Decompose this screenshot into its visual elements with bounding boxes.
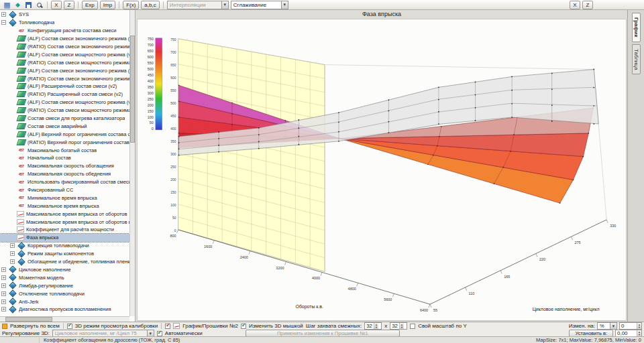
svg-text:50: 50 (150, 121, 154, 125)
expand-icon[interactable]: + (10, 259, 15, 264)
export-button[interactable]: Exp (82, 1, 98, 9)
tree-item[interactable]: +Коррекция топливоподачи (0, 242, 129, 250)
diamond-icon (8, 282, 17, 289)
tree-item[interactable]: +Цикловое наполнение (0, 266, 129, 274)
tree-item[interactable]: +SYS (0, 11, 129, 19)
tree-item[interactable]: (RATIO) Состав смеси мощностного режима … (0, 107, 129, 115)
change-unit-combo[interactable]: % ▼ (597, 322, 617, 330)
spinner-arrows-icon[interactable]: ▲▼ (637, 323, 641, 329)
tree-item[interactable]: 457Использовать фиксированный состав сме… (0, 178, 129, 186)
tree-item[interactable]: (RATIO) Состав смеси экономичного режима… (0, 43, 129, 51)
svg-text:110: 110 (469, 291, 475, 295)
svg-text:350: 350 (148, 85, 154, 89)
own-y-scale-checkbox[interactable] (410, 324, 415, 329)
tree-item[interactable]: (ALF) Верхний порог ограничения состава … (0, 130, 129, 138)
smoothing-combo[interactable]: Сглаживание ▼ (231, 1, 288, 9)
expand-icon[interactable]: + (1, 275, 6, 280)
tree-item[interactable]: (RATIO) Верхний порог ограничения состав… (0, 138, 129, 146)
tree-item[interactable]: (ALF) Состав смеси мощностного режима (v… (0, 50, 129, 58)
scrollbar-thumb[interactable] (5, 317, 52, 322)
svg-text:250: 250 (170, 165, 176, 169)
search-icon[interactable] (35, 1, 44, 9)
collapse-icon[interactable]: − (1, 20, 6, 25)
interpolation-combo[interactable]: Интерполяция ▼ (167, 1, 229, 9)
tree-item[interactable]: 457Фиксированный СС (0, 186, 129, 194)
tree-item[interactable]: Коэффициент для расчёта мощности (0, 226, 129, 234)
chevron-down-icon: ▼ (221, 1, 228, 9)
tree-item[interactable]: +Anti-Jerk (0, 297, 129, 305)
change-value-stepper[interactable]: 0 ▲▼ (619, 322, 642, 330)
spinner-arrows-icon[interactable]: ▲▼ (374, 323, 378, 329)
tree-vertical-scrollbar[interactable] (129, 10, 135, 316)
scrollbar-thumb[interactable] (130, 36, 135, 143)
plot-canvas[interactable]: 7507006506005505004504003503002502001501… (137, 19, 627, 321)
edit-3d-mouse-checkbox[interactable] (241, 324, 246, 329)
tree-item[interactable]: (RATIO) Состав смеси экономичного режима… (0, 74, 129, 82)
tree-item[interactable]: (ALF) Состав смеси мощностного режима (v… (0, 98, 129, 107)
tree-item[interactable]: (ALF) Состав смеси экономичного режима (… (0, 66, 129, 74)
tree-item[interactable]: (RATIO) Расширенный состав смеси (v2) (0, 90, 129, 98)
tab-graph[interactable]: График (632, 13, 641, 42)
tree-item[interactable]: 457Начальный состав (0, 154, 129, 162)
tree-item-label: Отключение топливоподачи (19, 291, 85, 297)
expand-icon[interactable]: + (1, 267, 6, 272)
svg-text:300: 300 (148, 91, 154, 95)
tree-item[interactable]: +Лямбда-регулирование (0, 281, 129, 289)
axis-z-button[interactable]: Z (64, 1, 74, 9)
axis-x-button[interactable]: X (51, 1, 62, 9)
tree-item[interactable]: +Диагностика пропусков воспламенения (0, 305, 129, 314)
tree-item[interactable]: +Моментная модель (0, 273, 129, 281)
toolbar-separator (47, 1, 48, 9)
import-button[interactable]: Imp (100, 1, 115, 9)
expand-icon[interactable]: + (1, 283, 6, 288)
firmware2-graph-checkbox[interactable] (165, 324, 170, 329)
tree-item[interactable]: 457Конфигурация расчёта состава смеси (0, 27, 129, 35)
grab-step-y-stepper[interactable]: 32 ▲▼ (390, 322, 407, 330)
tree-item[interactable]: Состав смеси аварийный (0, 122, 129, 130)
axis-x-right-button[interactable]: X (570, 1, 580, 9)
tree-item[interactable]: (RATIO) Состав смеси мощностного режима … (0, 58, 129, 66)
expand-all-checkbox[interactable] (2, 324, 7, 329)
tree-item[interactable]: 457Максимальная скорость обеднения (0, 170, 129, 178)
axis-z-right-button[interactable]: Z (582, 1, 593, 9)
map-3d-icon[interactable]: ◆ (13, 1, 22, 9)
expand-icon[interactable]: + (1, 12, 6, 17)
tree-item[interactable]: 457Минимальное время впрыска (0, 194, 129, 202)
svg-text:1600: 1600 (204, 245, 212, 249)
expand-icon[interactable]: + (1, 307, 6, 312)
tree-item[interactable]: (ALF) Состав смеси экономичного режима (… (0, 35, 129, 43)
surf-icon (17, 115, 25, 122)
expand-icon[interactable]: + (10, 243, 15, 248)
tree-item[interactable]: +Режим защиты компонентов (0, 250, 129, 258)
num457-icon: 457 (17, 147, 25, 153)
tree-item[interactable]: 457Максимально богатый состав (0, 146, 129, 154)
view-3d-checkbox[interactable] (67, 324, 72, 329)
tree-horizontal-scrollbar[interactable] (0, 316, 129, 322)
tree-item[interactable]: Состав смеси для прогрева катализатора (0, 115, 129, 123)
tree-item[interactable]: 457Максимальная скорость обогащения (0, 162, 129, 170)
tree-item[interactable]: Максимальное время впрыска от оборотов (0, 210, 129, 218)
tree-item[interactable]: +Обогащение и обеднение, топливная пленк… (0, 258, 129, 266)
calibration-tree-panel: +SYS−Топливоподача457Конфигурация расчёт… (0, 10, 136, 322)
formula-button[interactable]: F(x) (123, 1, 139, 9)
spinner-arrows-icon[interactable]: ▲▼ (637, 330, 641, 336)
tree-item-label: Максимально богатый состав (28, 147, 97, 153)
expand-icon[interactable]: + (10, 251, 15, 256)
tree-item-label: (RATIO) Состав смеси мощностного режима … (28, 107, 129, 113)
tree-item[interactable]: Максимальное время впрыска от оборотов н… (0, 218, 129, 226)
tree-item[interactable]: −Топливоподача (0, 19, 129, 27)
tree-item[interactable]: (ALF) Расширенный состав смеси (v2) (0, 82, 129, 90)
abc-button[interactable]: a,b,c (141, 1, 159, 9)
tree-item[interactable]: 457Максимальное время впрыска (0, 202, 129, 210)
table-icon[interactable]: ▦ (3, 1, 11, 9)
tab-table[interactable]: Таблица (632, 44, 641, 74)
expand-icon[interactable]: + (1, 291, 6, 296)
auto-checkbox[interactable] (157, 331, 162, 336)
save-icon[interactable] (24, 1, 33, 9)
expand-icon[interactable]: + (1, 299, 6, 304)
tree-item[interactable]: +Отключение топливоподачи (0, 289, 129, 297)
calibration-tree[interactable]: +SYS−Топливоподача457Конфигурация расчёт… (0, 11, 129, 316)
grab-step-x-stepper[interactable]: 32 ▲▼ (364, 322, 382, 330)
tree-item[interactable]: Фаза впрыска (0, 234, 129, 242)
spinner-arrows-icon[interactable]: ▲▼ (399, 323, 404, 329)
